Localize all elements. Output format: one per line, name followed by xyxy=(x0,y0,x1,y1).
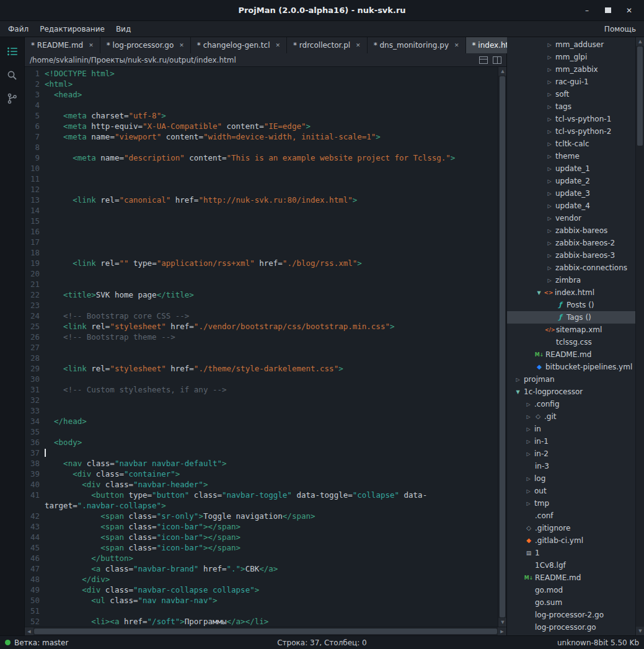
scroll-down-icon[interactable]: ▼ xyxy=(498,618,506,627)
chevron-right-icon[interactable]: ▷ xyxy=(545,203,554,209)
tree-item[interactable]: ▷projman xyxy=(507,373,635,386)
scroll-up-icon[interactable]: ▲ xyxy=(636,37,644,46)
code-text[interactable]: <!-- Bootstrap core CSS --> xyxy=(45,311,498,321)
tree-item[interactable]: ▷mm_zabbix xyxy=(507,63,635,76)
chevron-right-icon[interactable]: ▷ xyxy=(524,426,533,432)
tree-item[interactable]: ▷zabbix-bareos-3 xyxy=(507,249,635,262)
menu-item-1[interactable]: Редактирование xyxy=(34,21,110,37)
menu-item-0[interactable]: Файл xyxy=(2,21,34,37)
chevron-right-icon[interactable]: ▷ xyxy=(545,55,554,60)
code-text[interactable]: <body> xyxy=(45,437,498,448)
code-text[interactable] xyxy=(45,426,498,437)
tree-item[interactable]: sitemap.xml xyxy=(507,324,635,336)
chevron-right-icon[interactable]: ▷ xyxy=(545,278,554,283)
tab-4[interactable]: * dns_monitoring.py✕ xyxy=(368,37,466,53)
close-button[interactable]: ✕ xyxy=(622,4,637,17)
code-text[interactable] xyxy=(45,142,498,152)
tree-item[interactable]: Tags () xyxy=(507,311,635,324)
code-text[interactable]: <!DOCTYPE html> xyxy=(45,68,498,79)
tree-item[interactable]: ▷update_2 xyxy=(507,175,635,187)
chevron-right-icon[interactable]: ▷ xyxy=(524,414,533,420)
split-vertical-icon[interactable] xyxy=(493,56,501,64)
split-horizontal-icon[interactable] xyxy=(479,56,488,64)
code-text[interactable] xyxy=(45,395,498,405)
tree-item[interactable]: bitbucket-pipelines.yml xyxy=(507,361,635,373)
code-text[interactable]: <!-- Bootstrap theme --> xyxy=(45,332,498,342)
chevron-right-icon[interactable]: ▷ xyxy=(524,488,533,494)
tab-close-icon[interactable]: ✕ xyxy=(89,42,94,48)
tree-item[interactable]: ▷in-2 xyxy=(507,448,635,460)
git-branch-icon[interactable] xyxy=(6,93,19,104)
chevron-right-icon[interactable]: ▷ xyxy=(545,117,554,122)
tree-item[interactable]: .gitlab-ci.yml xyxy=(507,534,635,547)
code-text[interactable]: <link rel="stylesheet" href="./theme/sty… xyxy=(45,363,498,374)
scroll-left-icon[interactable]: ◀ xyxy=(25,627,33,636)
code-text[interactable]: <div class="navbar-header"> xyxy=(45,479,498,490)
tree-item[interactable]: ▷tmp xyxy=(507,497,635,510)
tree-item[interactable]: ▷vendor xyxy=(507,212,635,224)
tree-item[interactable]: ▷update_3 xyxy=(507,187,635,200)
minimize-button[interactable]: – xyxy=(580,4,594,17)
scrollbar-thumb[interactable] xyxy=(34,629,497,634)
tree-item[interactable]: tclssg.css xyxy=(507,336,635,348)
chevron-right-icon[interactable]: ▷ xyxy=(545,79,554,85)
tree-item[interactable]: .conf xyxy=(507,510,635,522)
editor-vertical-scrollbar[interactable]: ▲ ▼ xyxy=(498,67,506,627)
tree-item[interactable]: 1Cv8.lgf xyxy=(507,559,635,572)
code-area[interactable]: 1<!DOCTYPE html>2<html>3 <head>45 <meta … xyxy=(25,67,498,627)
tree-item[interactable]: go.mod xyxy=(507,584,635,596)
code-text[interactable]: <ul class="nav navbar-nav"> xyxy=(45,595,498,606)
chevron-right-icon[interactable]: ▷ xyxy=(524,476,533,482)
tree-item[interactable]: in-3 xyxy=(507,460,635,472)
tree-item[interactable]: ▷tcl-vs-python-1 xyxy=(507,113,635,125)
chevron-down-icon[interactable]: ▼ xyxy=(534,290,544,296)
tab-0[interactable]: * README.md✕ xyxy=(25,37,100,53)
scroll-up-icon[interactable]: ▲ xyxy=(498,67,506,76)
code-text[interactable] xyxy=(45,353,498,363)
chevron-right-icon[interactable]: ▷ xyxy=(524,439,533,444)
chevron-right-icon[interactable]: ▷ xyxy=(545,228,554,234)
tab-3[interactable]: * rdrcollector.pl✕ xyxy=(287,37,368,53)
editor-horizontal-scrollbar[interactable]: ◀ ▶ xyxy=(25,627,506,635)
scroll-down-icon[interactable]: ▼ xyxy=(636,627,644,635)
code-text[interactable]: </button> xyxy=(45,553,498,563)
tree-item[interactable]: go.sum xyxy=(507,596,635,609)
tree-item[interactable]: ▷update_1 xyxy=(507,162,635,175)
tree-item[interactable]: log-processor.go xyxy=(507,621,635,634)
tab-close-icon[interactable]: ✕ xyxy=(179,42,184,48)
tree-item[interactable]: Posts () xyxy=(507,299,635,311)
panel-vertical-scrollbar[interactable]: ▲ ▼ xyxy=(635,37,644,635)
chevron-right-icon[interactable]: ▷ xyxy=(545,129,554,135)
code-text[interactable]: <link rel="" type="application/rss+xml" … xyxy=(45,258,498,268)
tab-close-icon[interactable]: ✕ xyxy=(454,42,459,48)
code-text[interactable]: <meta charset="utf-8"> xyxy=(45,110,498,121)
tree-item[interactable]: ▷tcltk-calc xyxy=(507,138,635,150)
code-text[interactable]: <link rel="canonical" href="http://nuk-s… xyxy=(45,195,498,205)
scroll-right-icon[interactable]: ▶ xyxy=(498,627,506,636)
tree-item[interactable]: ▷log xyxy=(507,472,635,485)
menu-item-right-0[interactable]: Помощь xyxy=(599,21,642,37)
scrollbar-thumb[interactable] xyxy=(500,76,505,617)
code-text[interactable] xyxy=(45,279,498,289)
tree-item[interactable]: ▷tcl-vs-python-2 xyxy=(507,125,635,138)
code-text[interactable]: <meta http-equiv="X-UA-Compatible" conte… xyxy=(45,121,498,131)
menu-item-2[interactable]: Вид xyxy=(110,21,136,37)
tree-item[interactable]: ▷mm_glpi xyxy=(507,51,635,63)
tree-item[interactable]: ▼1c-logprocessor xyxy=(507,386,635,398)
chevron-right-icon[interactable]: ▷ xyxy=(545,42,554,48)
chevron-right-icon[interactable]: ▷ xyxy=(545,141,554,147)
tab-2[interactable]: * changelog-gen.tcl✕ xyxy=(191,37,287,53)
tree-item[interactable]: ▷zabbix-bareos-2 xyxy=(507,237,635,249)
code-text[interactable]: <span class="icon-bar"></span> xyxy=(45,532,498,542)
code-text[interactable] xyxy=(45,226,498,237)
tab-1[interactable]: * log-processor.go✕ xyxy=(100,37,191,53)
chevron-right-icon[interactable]: ▷ xyxy=(545,104,554,110)
code-text[interactable] xyxy=(45,405,498,416)
code-text[interactable]: </div> xyxy=(45,574,498,585)
code-text[interactable]: <html> xyxy=(45,79,498,89)
tree-item[interactable]: .gitignore xyxy=(507,522,635,534)
tree-item[interactable]: ▷zimbra xyxy=(507,274,635,286)
tree-item[interactable]: README.md xyxy=(507,572,635,584)
tree-item[interactable]: ▷update_4 xyxy=(507,200,635,212)
tree-item[interactable]: ▷in-1 xyxy=(507,435,635,448)
